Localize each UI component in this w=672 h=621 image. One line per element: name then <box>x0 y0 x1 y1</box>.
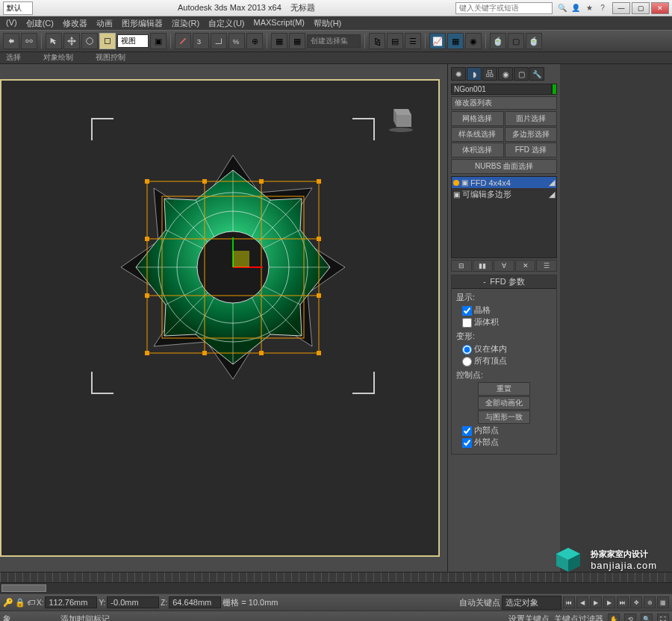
nav-max-button[interactable]: ⛶ <box>657 614 669 622</box>
curve-editor-button[interactable]: 📈 <box>429 33 446 49</box>
nav-button-1[interactable]: ✥ <box>630 596 642 608</box>
coord-y[interactable]: -0.0mm <box>107 596 159 608</box>
spline-select-button[interactable]: 样条线选择 <box>451 127 504 142</box>
autokey-button[interactable]: 自动关键点 <box>459 597 500 608</box>
layers-button[interactable]: ☰ <box>405 33 421 49</box>
user-icon[interactable]: 👤 <box>570 3 581 13</box>
time-slider[interactable] <box>0 583 672 593</box>
viewport-canvas[interactable] <box>0 79 440 557</box>
close-button[interactable]: ✕ <box>651 2 669 14</box>
setkey-button[interactable]: 设置关键点 <box>508 614 550 621</box>
vol-select-button[interactable]: 体积选择 <box>451 143 504 157</box>
object-color-swatch[interactable] <box>552 84 557 95</box>
viewport[interactable] <box>0 64 448 572</box>
sub-select[interactable]: 选择 <box>6 52 21 63</box>
viewcube[interactable] <box>386 103 416 133</box>
stack-item-ffd[interactable]: ▣ FFD 4x4x4◢ <box>452 177 556 188</box>
outer-checkbox[interactable]: 外部点 <box>462 437 552 448</box>
nav-button-2[interactable]: ⊕ <box>644 596 656 608</box>
goto-end-button[interactable]: ⏭ <box>617 596 629 608</box>
render-frame-button[interactable]: ▢ <box>508 33 524 49</box>
nurbs-select-button[interactable]: NURBS 曲面选择 <box>451 159 557 174</box>
ffd-select-button[interactable]: FFD 选择 <box>505 143 558 157</box>
tag-icon[interactable]: 🏷 <box>27 598 35 607</box>
nav-zoom-button[interactable]: 🔍 <box>641 614 653 622</box>
star-icon[interactable]: ★ <box>584 3 594 13</box>
key-icon[interactable]: 🔑 <box>3 598 13 608</box>
tab-hierarchy[interactable]: 品 <box>482 67 497 81</box>
nav-button-3[interactable]: ▦ <box>657 596 669 608</box>
percent-snap-button[interactable]: % <box>228 33 245 49</box>
configure-button[interactable]: ☰ <box>536 260 557 272</box>
coord-z[interactable]: 64.648mm <box>169 596 221 608</box>
scale-button[interactable] <box>99 33 116 49</box>
snap-button[interactable]: 3 <box>193 33 209 49</box>
maximize-button[interactable]: ▢ <box>632 2 650 14</box>
tab-motion[interactable]: ◉ <box>498 67 513 81</box>
spinner-snap-button[interactable]: ⊕ <box>246 33 263 49</box>
modifier-stack[interactable]: ▣ FFD 4x4x4◢ ▣ 可编辑多边形◢ <box>451 176 557 258</box>
sub-paint[interactable]: 对象绘制 <box>43 52 73 63</box>
nav-orbit-button[interactable]: ⟲ <box>624 614 636 622</box>
menu-custom[interactable]: 自定义(U) <box>204 16 249 30</box>
render-setup-button[interactable]: 🍵 <box>490 33 506 49</box>
animall-button[interactable]: 全部动画化 <box>478 396 530 410</box>
tab-modify[interactable]: ◗ <box>467 67 482 81</box>
move-button[interactable] <box>63 33 80 49</box>
lock-icon[interactable]: 🔒 <box>15 598 25 608</box>
keyfilter-button[interactable]: 关键点过滤器 <box>554 614 603 621</box>
modifier-list-dropdown[interactable]: 修改器列表 <box>451 96 557 110</box>
angle-snap-button[interactable] <box>211 33 227 49</box>
help-search[interactable] <box>455 2 553 14</box>
minimize-button[interactable]: — <box>612 2 630 14</box>
inner-checkbox[interactable]: 内部点 <box>462 425 552 436</box>
manipulate-button[interactable] <box>175 33 191 49</box>
lattice-checkbox[interactable]: 晶格 <box>462 305 552 316</box>
search-icon[interactable]: 🔍 <box>557 3 567 13</box>
link-button[interactable] <box>21 33 37 49</box>
material-button[interactable]: ◉ <box>465 33 482 49</box>
tab-display[interactable]: ▢ <box>514 67 529 81</box>
rotate-button[interactable] <box>81 33 98 49</box>
patch-select-button[interactable]: 面片选择 <box>505 111 558 126</box>
menu-animation[interactable]: 动画 <box>92 16 117 30</box>
schematic-button[interactable]: ▦ <box>447 33 464 49</box>
mirror-button[interactable]: ⧎ <box>369 33 385 49</box>
keymode-dropdown[interactable]: 选定对象 <box>502 596 561 610</box>
geometry-object[interactable] <box>106 140 360 394</box>
rollout-header[interactable]: - FFD 参数 <box>452 275 556 289</box>
add-time-tag[interactable]: 添加时间标记 <box>60 614 110 621</box>
selection-set-dropdown[interactable]: 创建选择集 <box>307 34 361 48</box>
menu-help[interactable]: 帮助(H) <box>309 16 346 30</box>
namedsel2-button[interactable]: ▦ <box>289 33 305 49</box>
namedsel-button[interactable]: ▦ <box>271 33 287 49</box>
workspace-dropdown[interactable]: 默认 <box>3 1 33 15</box>
help-icon[interactable]: ? <box>597 3 608 13</box>
stack-item-editpoly[interactable]: ▣ 可编辑多边形◢ <box>452 188 556 201</box>
select-button[interactable] <box>46 33 62 49</box>
render-button[interactable]: 🍵 <box>526 33 542 49</box>
menu-render[interactable]: 渲染(R) <box>167 16 204 30</box>
menu-create[interactable]: 创建(C) <box>22 16 58 30</box>
menu-view[interactable]: (V) <box>1 16 22 30</box>
coord-x[interactable]: 112.76mm <box>45 596 97 608</box>
source-checkbox[interactable]: 源体积 <box>462 316 552 328</box>
undo-button[interactable] <box>3 33 19 49</box>
sub-viewctrl[interactable]: 视图控制 <box>96 52 125 63</box>
tab-create[interactable]: ✺ <box>451 67 466 81</box>
slider-thumb[interactable] <box>1 584 46 592</box>
poly-select-button[interactable]: 多边形选择 <box>505 127 558 142</box>
tab-utilities[interactable]: 🔧 <box>529 67 544 81</box>
reset-button[interactable]: 重置 <box>478 382 530 396</box>
object-name-input[interactable] <box>451 84 552 95</box>
goto-start-button[interactable]: ⏮ <box>563 596 575 608</box>
play-button[interactable]: ▶ <box>590 596 602 608</box>
nav-pan-button[interactable]: ✋ <box>608 614 620 622</box>
align-button[interactable]: ▤ <box>387 33 403 49</box>
inside-radio[interactable]: 仅在体内 <box>462 343 552 355</box>
all-radio[interactable]: 所有顶点 <box>462 355 552 366</box>
coord-system-dropdown[interactable]: 视图 <box>117 34 149 48</box>
menu-modifiers[interactable]: 修改器 <box>58 16 92 30</box>
show-result-button[interactable]: ▮▮ <box>473 260 494 272</box>
pin-stack-button[interactable]: ⊟ <box>451 260 472 272</box>
